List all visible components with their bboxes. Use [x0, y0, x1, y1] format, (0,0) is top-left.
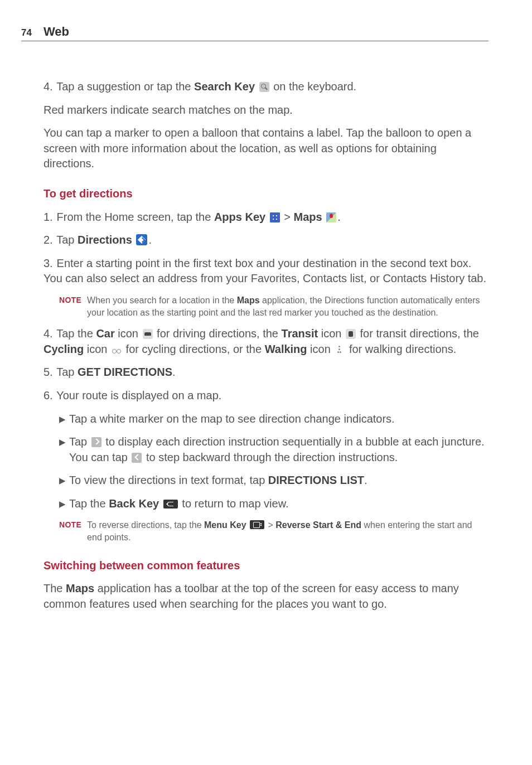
bullet-2: ▶ Tap to display each direction instruct…	[59, 434, 489, 465]
text: Tap to display each direction instructio…	[69, 434, 489, 465]
dir-step-5: 5. Tap GET DIRECTIONS.	[43, 365, 489, 380]
text: .	[364, 474, 367, 486]
cycling-label: Cycling	[43, 343, 84, 355]
car-label: Car	[96, 327, 114, 340]
walking-label: Walking	[265, 343, 307, 355]
step-number: 6.	[43, 388, 54, 404]
bullet-icon: ▶	[59, 411, 69, 427]
back-key-label: Back Key	[109, 497, 159, 510]
search-key-label: Search Key	[194, 80, 255, 93]
text: From the Home screen, tap the	[57, 211, 214, 223]
apps-icon	[270, 212, 280, 222]
bullet-1: ▶ Tap a white marker on the map to see d…	[59, 411, 489, 427]
text: To reverse directions, tap the	[87, 520, 204, 530]
text: for walking directions.	[346, 343, 456, 355]
text: Tap the Back Key to return to map view.	[69, 496, 489, 512]
balloon-text: You can tap a marker to open a balloon t…	[43, 125, 489, 172]
menu-icon	[250, 520, 264, 529]
text: Tap a white marker on the map to see dir…	[69, 411, 489, 427]
text: Tap	[69, 435, 90, 448]
maps-bold: Maps	[237, 296, 260, 305]
page-number: 74	[21, 27, 43, 38]
note-text: To reverse directions, tap the Menu Key …	[87, 519, 489, 543]
text: .	[337, 211, 341, 223]
gt: >	[281, 211, 294, 223]
text: .	[148, 234, 152, 246]
cycling-icon	[112, 345, 122, 355]
text: icon	[318, 327, 345, 340]
text: icon	[307, 343, 334, 355]
section-title: Web	[43, 25, 69, 39]
text: Tap the	[56, 327, 96, 340]
text: to step backward through the direction i…	[143, 451, 398, 463]
text: Your route is displayed on a map.	[56, 389, 221, 401]
directions-list-label: DIRECTIONS LIST	[268, 474, 364, 486]
text: Tap a suggestion or tap the	[56, 80, 194, 93]
car-icon	[143, 329, 153, 339]
search-icon	[259, 82, 269, 92]
apps-key-label: Apps Key	[214, 211, 265, 223]
text: To view the directions in text format, t…	[69, 474, 268, 486]
switching-paragraph: The Maps application has a toolbar at th…	[43, 581, 489, 612]
text: icon	[84, 343, 110, 355]
walking-icon	[335, 345, 345, 355]
text: To view the directions in text format, t…	[69, 473, 489, 488]
step-number: 4.	[43, 326, 54, 342]
text: for cycling directions, or the	[123, 343, 265, 355]
back-icon	[163, 500, 178, 509]
bullet-4: ▶ Tap the Back Key to return to map view…	[59, 496, 489, 512]
dir-step-2: 2. Tap Directions .	[43, 233, 489, 248]
gt: >	[265, 520, 275, 530]
step-4: 4. Tap a suggestion or tap the Search Ke…	[43, 79, 489, 95]
maps-icon	[326, 212, 336, 222]
bullet-icon: ▶	[59, 473, 69, 488]
menu-key-label: Menu Key	[204, 520, 246, 530]
text: icon	[115, 327, 142, 340]
step-number: 2.	[43, 233, 54, 248]
maps-bold: Maps	[66, 582, 94, 594]
heading-get-directions: To get directions	[43, 186, 489, 202]
reverse-label: Reverse Start & End	[275, 520, 361, 530]
note-text: When you search for a location in the Ma…	[87, 294, 489, 318]
page-header: 74 Web	[21, 25, 489, 41]
text: Tap	[56, 234, 78, 246]
note-1: NOTE When you search for a location in t…	[59, 294, 489, 318]
text: to return to map view.	[182, 497, 288, 510]
dir-step-3: 3. Enter a starting point in the first t…	[43, 256, 489, 287]
maps-label: Maps	[294, 211, 322, 223]
directions-label: Directions	[78, 234, 132, 246]
text: Tap the	[69, 497, 109, 510]
dir-step-4: 4. Tap the Car icon for driving directio…	[43, 326, 489, 357]
step-number: 5.	[43, 365, 54, 380]
bullet-icon: ▶	[59, 434, 69, 465]
text: Enter a starting point in the first text…	[43, 257, 486, 285]
text: application has a toolbar at the top of …	[43, 582, 459, 610]
transit-icon	[346, 329, 356, 339]
note-label: NOTE	[59, 519, 81, 543]
dir-step-6: 6. Your route is displayed on a map.	[43, 388, 489, 404]
note-2: NOTE To reverse directions, tap the Menu…	[59, 519, 489, 543]
text: for driving directions, the	[154, 327, 282, 340]
step-number: 1.	[43, 210, 54, 225]
step-number: 3.	[43, 256, 54, 272]
transit-label: Transit	[282, 327, 318, 340]
get-directions-label: GET DIRECTIONS	[78, 366, 172, 378]
heading-switching: Switching between common features	[43, 558, 489, 574]
bullet-3: ▶ To view the directions in text format,…	[59, 473, 489, 488]
prev-icon	[132, 453, 142, 463]
directions-icon	[136, 234, 147, 245]
text: on the keyboard.	[270, 80, 357, 93]
text: The	[43, 582, 66, 594]
bullet-icon: ▶	[59, 496, 69, 512]
note-label: NOTE	[59, 294, 81, 318]
step-number: 4.	[43, 79, 54, 95]
dir-step-1: 1. From the Home screen, tap the Apps Ke…	[43, 210, 489, 225]
text: .	[172, 366, 176, 378]
text: Tap	[56, 366, 78, 378]
text: When you search for a location in the	[87, 296, 237, 305]
next-icon	[91, 437, 101, 447]
red-markers-text: Red markers indicate search matches on t…	[43, 103, 489, 118]
text: for transit directions, the	[357, 327, 479, 340]
